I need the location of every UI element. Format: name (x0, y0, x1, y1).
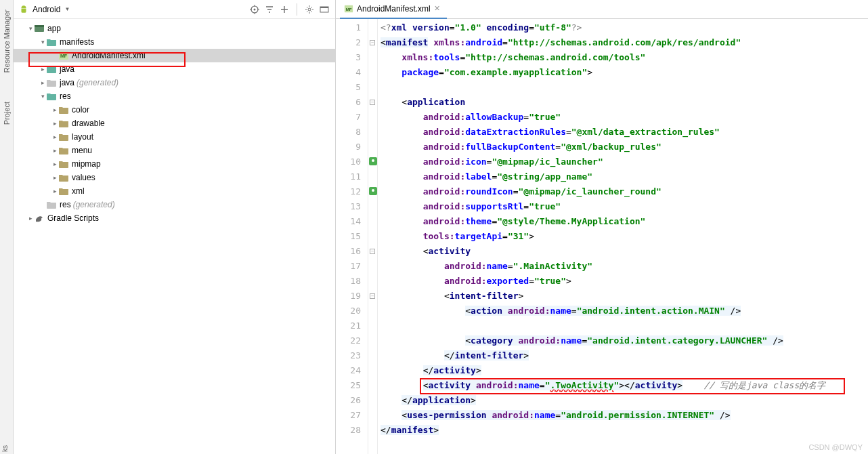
code-line[interactable]: <action android:name="android.intent.act… (378, 304, 868, 318)
tree-arrow-icon[interactable]: ▸ (51, 161, 58, 167)
line-number[interactable]: 27 (336, 408, 368, 423)
line-number[interactable]: 7 (336, 110, 368, 125)
line-number[interactable]: 14 (336, 214, 368, 229)
code-line[interactable]: android:label="@string/app_name" (378, 169, 868, 184)
line-number[interactable]: 2 (336, 35, 368, 50)
line-number[interactable]: 3 (336, 50, 368, 65)
code-line[interactable]: <category android:name="android.intent.c… (378, 333, 868, 348)
line-number[interactable]: 26 (336, 393, 368, 408)
line-number[interactable]: 18 (336, 274, 368, 289)
code-line[interactable]: tools:targetApi="31"> (378, 229, 868, 244)
code-line[interactable]: android:icon="@mipmap/ic_launcher" (378, 154, 868, 169)
line-number[interactable]: 10 (336, 154, 368, 169)
tree-arrow-icon[interactable]: ▸ (51, 188, 58, 194)
tree-row[interactable]: ▸java(generated) (14, 76, 335, 89)
tree-arrow-icon[interactable]: ▸ (51, 120, 58, 127)
code-line[interactable]: android:dataExtractionRules="@xml/data_e… (378, 125, 868, 140)
code-line[interactable]: android:name=".MainActivity" (378, 259, 868, 274)
tree-row[interactable]: ▸drawable (14, 117, 335, 130)
tree-arrow-icon[interactable]: ▸ (39, 79, 46, 86)
tree-arrow-icon[interactable]: ▸ (51, 147, 58, 154)
code-line[interactable]: android:allowBackup="true" (378, 110, 868, 125)
tree-arrow-icon[interactable]: ▸ (51, 174, 58, 181)
fold-toggle-icon[interactable]: − (370, 293, 375, 299)
line-number[interactable]: 8 (336, 125, 368, 140)
code-line[interactable]: android:roundIcon="@mipmap/ic_launcher_r… (378, 184, 868, 199)
code-line[interactable]: <application (378, 95, 868, 110)
code-line[interactable]: android:exported="true"> (378, 274, 868, 289)
code-line[interactable]: <activity android:name=".TwoActivity"></… (378, 378, 868, 393)
line-number[interactable]: 4 (336, 65, 368, 80)
line-number[interactable]: 17 (336, 259, 368, 274)
project-tree[interactable]: ▾app▾manifests▸MFAndroidManifest.xml▸jav… (14, 19, 335, 454)
code-line[interactable] (378, 80, 868, 95)
tree-row[interactable]: ▸res(generated) (14, 198, 335, 211)
code-line[interactable]: <?xml version="1.0" encoding="utf-8"?> (378, 20, 868, 35)
tree-row[interactable]: ▸color (14, 103, 335, 117)
line-number[interactable]: 22 (336, 333, 368, 348)
code-line[interactable]: </activity> (378, 363, 868, 378)
tree-row[interactable]: ▸java (14, 62, 335, 76)
tree-row[interactable]: ▸values (14, 171, 335, 184)
line-number[interactable]: 9 (336, 140, 368, 154)
sort-icon[interactable] (264, 4, 275, 15)
line-number[interactable]: 1 (336, 20, 368, 35)
code-line[interactable]: <uses-permission android:name="android.p… (378, 408, 868, 423)
code-area[interactable]: <?xml version="1.0" encoding="utf-8"?><m… (378, 19, 868, 454)
tree-row[interactable]: ▸mipmap (14, 157, 335, 171)
code-line[interactable]: xmlns:tools="http://schemas.android.com/… (378, 50, 868, 65)
code-line[interactable]: </manifest> (378, 423, 868, 438)
line-number[interactable]: 16 (336, 244, 368, 259)
rail-bottom-item[interactable]: ks (0, 443, 10, 454)
code-line[interactable]: android:fullBackupContent="@xml/backup_r… (378, 140, 868, 154)
tab-androidmanifest[interactable]: MF AndroidManifest.xml ✕ (340, 0, 447, 19)
tree-row[interactable]: ▸menu (14, 144, 335, 157)
rail-project[interactable]: Project (2, 98, 12, 129)
target-icon[interactable] (249, 4, 260, 15)
expand-icon[interactable] (279, 4, 290, 15)
fold-toggle-icon[interactable]: − (370, 40, 375, 45)
fold-column[interactable]: −−−− (368, 19, 378, 454)
line-number[interactable]: 24 (336, 363, 368, 378)
line-number[interactable]: 23 (336, 348, 368, 363)
line-number[interactable]: 20 (336, 304, 368, 318)
line-number[interactable]: 28 (336, 423, 368, 438)
tree-row[interactable]: ▸layout (14, 130, 335, 144)
line-number[interactable]: 25 (336, 378, 368, 393)
tree-arrow-icon[interactable]: ▾ (39, 93, 46, 100)
code-line[interactable]: android:theme="@style/Theme.MyApplicatio… (378, 214, 868, 229)
tree-arrow-icon[interactable]: ▾ (39, 39, 46, 45)
chevron-down-icon[interactable]: ▼ (64, 6, 70, 12)
fold-toggle-icon[interactable]: − (370, 100, 375, 105)
tree-row[interactable]: ▾manifests (14, 35, 335, 49)
code-line[interactable] (378, 318, 868, 333)
rail-resource-manager[interactable]: Resource Manager (2, 5, 12, 77)
tree-arrow-icon[interactable]: ▸ (27, 215, 34, 222)
tree-row[interactable]: ▾app (14, 22, 335, 35)
code-line[interactable]: android:supportsRtl="true" (378, 199, 868, 214)
line-number[interactable]: 5 (336, 80, 368, 95)
line-number[interactable]: 13 (336, 199, 368, 214)
code-line[interactable]: package="com.example.myapplication"> (378, 65, 868, 80)
fold-toggle-icon[interactable]: − (370, 249, 375, 254)
code-line[interactable]: </application> (378, 393, 868, 408)
close-icon[interactable]: ✕ (434, 4, 440, 13)
code-line[interactable]: <activity (378, 244, 868, 259)
tree-arrow-icon[interactable]: ▸ (51, 106, 58, 113)
line-number[interactable]: 12 (336, 184, 368, 199)
view-dropdown-label[interactable]: Android (32, 5, 60, 14)
line-number[interactable]: 6 (336, 95, 368, 110)
tree-row[interactable]: ▸xml (14, 184, 335, 198)
tree-arrow-icon[interactable]: ▾ (27, 25, 34, 32)
tree-row[interactable]: ▸Gradle Scripts (14, 211, 335, 225)
code-line[interactable]: </intent-filter> (378, 348, 868, 363)
code-line[interactable]: <manifest xmlns:android="http://schemas.… (378, 35, 868, 50)
line-gutter[interactable]: 1234567891011121314151617181920212223242… (336, 19, 368, 454)
tree-row[interactable]: ▾res (14, 89, 335, 103)
line-number[interactable]: 15 (336, 229, 368, 244)
hide-icon[interactable] (319, 4, 330, 15)
code-line[interactable]: <intent-filter> (378, 289, 868, 304)
line-number[interactable]: 19 (336, 289, 368, 304)
gear-icon[interactable] (304, 4, 315, 15)
tree-arrow-icon[interactable]: ▸ (51, 133, 58, 140)
